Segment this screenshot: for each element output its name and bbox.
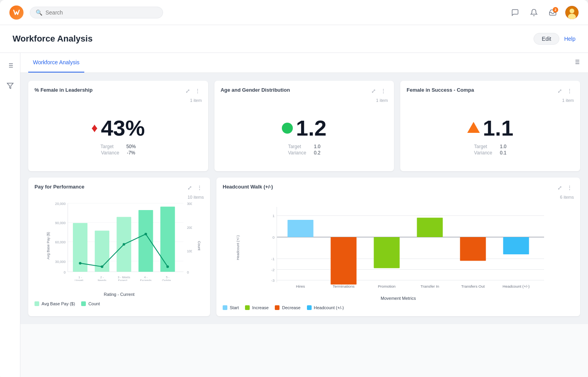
card-headcount-walk-expand[interactable]: ⤢ [556, 184, 564, 192]
svg-text:Hires: Hires [296, 284, 305, 288]
tab-workforce-analysis[interactable]: Workforce Analysis [28, 53, 84, 72]
card-female-success: Female in Success - Compa ⤢ ⋮ 1 item 1.1 [400, 81, 580, 171]
legend-color-decrease [275, 305, 279, 310]
metric-details-female-leadership: Target 50% Variance -7% [100, 144, 136, 156]
page-actions: Edit Help [534, 33, 575, 45]
search-icon: 🔍 [36, 9, 42, 16]
svg-text:-1: -1 [271, 257, 275, 261]
inbox-icon[interactable]: 2 [546, 6, 559, 19]
card-female-leadership: % Female in Leadership ⤢ ⋮ 1 item ♦ 43% [28, 81, 208, 171]
card-female-leadership-expand[interactable]: ⤢ [184, 87, 192, 95]
card-headcount-walk-title: Headcount Walk (+/-) [223, 184, 556, 190]
card-age-gender-menu[interactable]: ⋮ [379, 87, 388, 95]
card-pay-performance-expand[interactable]: ⤢ [186, 184, 194, 192]
card-headcount-walk-menu[interactable]: ⋮ [565, 184, 574, 192]
chat-icon[interactable] [509, 6, 521, 19]
legend-item-avg-base: Avg Base Pay ($) [34, 301, 75, 306]
card-age-gender-title: Age and Gender Distribution [221, 87, 370, 93]
legend-label-count: Count [88, 301, 100, 306]
svg-text:Needs: Needs [98, 279, 106, 281]
legend-item-start: Start [223, 305, 239, 310]
card-age-gender-actions: ⤢ ⋮ [370, 87, 388, 95]
top-nav: 🔍 2 [0, 0, 588, 25]
legend-label-increase: Increase [252, 305, 269, 310]
page-header: Workforce Analysis Edit Help [0, 25, 588, 53]
edit-button[interactable]: Edit [534, 33, 559, 45]
metric-value-row-female-success: 1.1 [467, 115, 514, 141]
svg-rect-32 [160, 207, 175, 272]
sidebar-list-icon[interactable] [4, 59, 16, 72]
logo[interactable] [9, 5, 24, 20]
svg-text:Exceeds: Exceeds [140, 279, 151, 281]
card-female-leadership-menu[interactable]: ⋮ [193, 87, 202, 95]
card-female-success-title: Female in Success - Compa [407, 87, 556, 93]
legend-color-start [223, 305, 227, 310]
metric-value-age-gender: 1.2 [296, 115, 327, 141]
search-bar[interactable]: 🔍 [30, 7, 163, 18]
card-female-success-count: 1 item [407, 98, 574, 103]
pay-perf-y-left-label: Avg Base Pay ($) [46, 232, 50, 259]
metric-target-row: Target 50% [100, 144, 136, 149]
svg-text:200: 200 [187, 226, 192, 230]
svg-text:100: 100 [187, 249, 192, 253]
svg-text:1: 1 [272, 214, 275, 218]
triangle-orange-icon [467, 122, 480, 133]
help-button[interactable]: Help [564, 36, 575, 42]
pay-performance-legend: Avg Base Pay ($) Count [34, 301, 204, 306]
legend-label-start: Start [230, 305, 239, 310]
card-female-leadership-title: % Female in Leadership [34, 87, 184, 93]
legend-color-count [81, 301, 86, 306]
page-title: Workforce Analysis [13, 34, 93, 44]
pay-perf-y-right-label: Count [197, 241, 201, 250]
inbox-badge: 2 [553, 7, 558, 13]
bar-transfer-in [417, 218, 443, 237]
svg-text:0: 0 [187, 270, 189, 274]
legend-color-headcount [307, 305, 312, 310]
metric-value-row-female-leadership: ♦ 43% [91, 115, 145, 141]
card-pay-performance: Pay for Performance ⤢ ⋮ 10 items Avg Bas… [28, 178, 210, 316]
svg-point-46 [79, 262, 82, 265]
card-headcount-walk-actions: ⤢ ⋮ [556, 184, 574, 192]
legend-label-headcount: Headcount (+/-) [314, 305, 344, 310]
svg-text:120,000: 120,000 [55, 203, 65, 206]
metric-variance-row-ag: Variance 0.2 [288, 150, 321, 156]
tab-bar: Workforce Analysis [20, 53, 588, 73]
svg-text:Transfer In: Transfer In [421, 284, 439, 288]
card-pay-performance-count: 10 items [34, 195, 204, 199]
card-headcount-walk-count: 6 items [223, 195, 574, 199]
content-area: Workforce Analysis % Female in Leadershi… [0, 53, 588, 377]
card-female-leadership-header: % Female in Leadership ⤢ ⋮ [34, 87, 202, 95]
legend-item-increase: Increase [245, 305, 269, 310]
card-female-success-expand[interactable]: ⤢ [556, 87, 564, 95]
bar-promotion [374, 237, 400, 268]
search-input[interactable] [45, 9, 157, 16]
card-age-gender-header: Age and Gender Distribution ⤢ ⋮ [221, 87, 388, 95]
tab-menu-icon[interactable] [573, 58, 580, 67]
card-female-leadership-count: 1 item [34, 98, 202, 103]
card-female-success-header: Female in Success - Compa ⤢ ⋮ [407, 87, 574, 95]
card-headcount-walk: Headcount Walk (+/-) ⤢ ⋮ 6 items Headcou… [216, 178, 580, 316]
headcount-walk-chart: 1 0 -1 -2 -3 [245, 203, 568, 289]
card-age-gender-count: 1 item [221, 98, 388, 103]
svg-text:Transfers Out: Transfers Out [461, 284, 485, 288]
metric-target-row-ag: Target 1.0 [288, 144, 321, 149]
card-female-success-menu[interactable]: ⋮ [565, 87, 574, 95]
svg-text:-2: -2 [271, 268, 275, 272]
bell-icon[interactable] [528, 6, 540, 19]
dashboard: % Female in Leadership ⤢ ⋮ 1 item ♦ 43% [20, 73, 588, 324]
svg-point-49 [145, 233, 147, 236]
card-pay-performance-menu[interactable]: ⋮ [195, 184, 204, 192]
card-age-gender-expand[interactable]: ⤢ [370, 87, 377, 95]
headcount-walk-legend: Start Increase Decrease [223, 305, 574, 310]
svg-text:Terminations: Terminations [332, 284, 354, 288]
metric-details-age-gender: Target 1.0 Variance 0.2 [288, 144, 321, 156]
sidebar-filter-icon[interactable] [4, 80, 16, 92]
svg-point-47 [101, 265, 103, 268]
avatar[interactable] [565, 6, 579, 19]
bar-terminations [331, 237, 357, 285]
svg-marker-9 [7, 83, 13, 89]
legend-label-avg-base: Avg Base Pay ($) [42, 301, 75, 306]
bar-hires [288, 220, 314, 237]
card-female-success-actions: ⤢ ⋮ [556, 87, 574, 95]
metric-value-row-age-gender: 1.2 [282, 115, 327, 141]
